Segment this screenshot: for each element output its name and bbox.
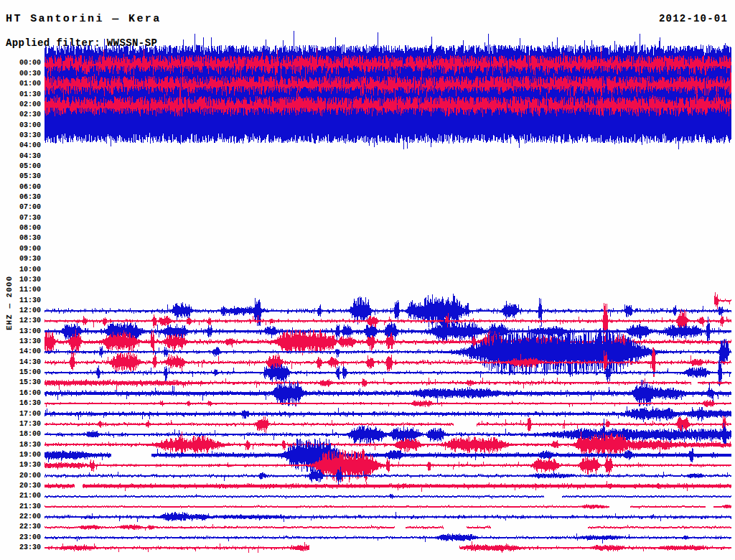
time-label: 01:30 xyxy=(0,91,41,98)
time-label: 00:00 xyxy=(0,60,41,67)
time-label: 17:30 xyxy=(0,421,41,428)
time-label: 20:30 xyxy=(0,482,41,490)
time-label: 04:00 xyxy=(0,142,41,149)
time-label: 14:00 xyxy=(0,348,41,355)
time-label: 19:30 xyxy=(0,462,41,469)
time-label: 13:30 xyxy=(0,338,41,345)
time-label: 05:00 xyxy=(0,163,41,170)
time-label: 15:30 xyxy=(0,379,41,386)
time-label: 23:30 xyxy=(0,544,41,551)
time-label: 19:00 xyxy=(0,452,41,459)
page-title: HT Santorini — Kera xyxy=(6,13,161,25)
time-label: 06:30 xyxy=(0,194,41,201)
time-label: 01:00 xyxy=(0,80,41,88)
time-label: 03:30 xyxy=(0,132,41,139)
helicorder-page: HT Santorini — Kera 2012-10-01 Applied f… xyxy=(0,0,735,560)
seismogram-canvas xyxy=(0,0,735,560)
time-label: 21:00 xyxy=(0,493,41,500)
time-label: 20:00 xyxy=(0,472,41,480)
time-label: 08:30 xyxy=(0,235,41,242)
time-label: 07:00 xyxy=(0,204,41,211)
time-label: 02:30 xyxy=(0,111,41,118)
time-label: 08:00 xyxy=(0,225,41,232)
time-label: 22:30 xyxy=(0,523,41,531)
time-label: 16:00 xyxy=(0,390,41,397)
time-label: 09:30 xyxy=(0,256,41,263)
time-label: 15:00 xyxy=(0,369,41,376)
filter-label: Applied filter: WWSSN-SP xyxy=(6,37,157,49)
time-label: 06:00 xyxy=(0,184,41,191)
time-label: 00:30 xyxy=(0,70,41,78)
time-label: 05:30 xyxy=(0,173,41,180)
time-label: 09:00 xyxy=(0,246,41,253)
time-label: 16:30 xyxy=(0,400,41,407)
channel-axis-label: EHZ — 2000 xyxy=(5,276,14,330)
time-label: 04:30 xyxy=(0,153,41,160)
time-label: 18:00 xyxy=(0,431,41,438)
time-label: 18:30 xyxy=(0,442,41,449)
time-label: 02:00 xyxy=(0,101,41,108)
time-label: 10:00 xyxy=(0,266,41,274)
time-label: 14:30 xyxy=(0,359,41,366)
time-label: 17:00 xyxy=(0,411,41,418)
time-label: 23:00 xyxy=(0,534,41,541)
date-label: 2012-10-01 xyxy=(659,13,728,24)
time-label: 21:30 xyxy=(0,503,41,510)
time-label: 03:00 xyxy=(0,122,41,129)
time-label: 22:00 xyxy=(0,513,41,521)
time-label: 07:30 xyxy=(0,215,41,222)
